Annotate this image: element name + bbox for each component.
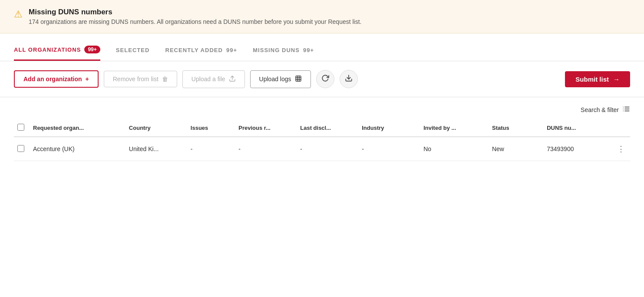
column-header-checkbox xyxy=(14,119,30,137)
tabs: ALL ORGANIZATIONS 99+ SELECTED RECENTLY … xyxy=(14,46,630,61)
search-filter-button[interactable]: Search & filter xyxy=(581,105,630,114)
tab-recently-added[interactable]: RECENTLY ADDED 99+ xyxy=(165,47,237,61)
row-prev-r-cell: - xyxy=(235,137,297,161)
add-organization-button[interactable]: Add an organization + xyxy=(14,70,99,88)
row-select-checkbox[interactable] xyxy=(17,145,24,152)
alert-description: 174 organizations are missing DUNS numbe… xyxy=(29,18,362,25)
download-button[interactable] xyxy=(340,70,358,88)
warning-icon: ⚠ xyxy=(14,9,23,20)
download-icon xyxy=(345,74,353,84)
tab-all-organizations-label: ALL ORGANIZATIONS xyxy=(14,46,81,53)
upload-file-button[interactable]: Upload a file xyxy=(182,70,245,88)
column-header-status: Status xyxy=(489,119,543,137)
column-header-invited-by: Invited by ... xyxy=(420,119,489,137)
column-header-org: Requested organ... xyxy=(30,119,125,137)
upload-icon xyxy=(229,75,236,83)
select-all-checkbox[interactable] xyxy=(17,124,24,131)
submit-list-button[interactable]: Submit list → xyxy=(565,71,630,87)
column-header-actions xyxy=(612,119,630,137)
alert-banner: ⚠ Missing DUNS numbers 174 organizations… xyxy=(0,0,644,33)
row-issues-cell: - xyxy=(187,137,235,161)
row-country-cell: United Ki... xyxy=(125,137,187,161)
tab-missing-duns[interactable]: MISSING DUNS 99+ xyxy=(253,47,314,61)
column-header-issues: Issues xyxy=(187,119,235,137)
table-row: Accenture (UK) United Ki... - - - - xyxy=(14,137,630,161)
row-last-discl-cell: - xyxy=(297,137,358,161)
row-status-cell: New xyxy=(489,137,543,161)
tab-all-organizations-badge: 99+ xyxy=(84,46,100,53)
row-checkbox-cell xyxy=(14,137,30,161)
tab-all-organizations[interactable]: ALL ORGANIZATIONS 99+ xyxy=(14,46,100,61)
tabs-area: ALL ORGANIZATIONS 99+ SELECTED RECENTLY … xyxy=(0,33,644,61)
refresh-icon xyxy=(321,74,329,84)
alert-title: Missing DUNS numbers xyxy=(29,8,362,16)
organizations-table: Requested organ... Country Issues Previo… xyxy=(14,119,630,161)
row-duns-cell: 73493900 xyxy=(543,137,612,161)
column-header-duns-nu: DUNS nu... xyxy=(543,119,612,137)
column-header-country: Country xyxy=(125,119,187,137)
tab-recently-added-label: RECENTLY ADDED xyxy=(165,47,223,53)
row-actions-button[interactable]: ⋮ xyxy=(615,143,627,155)
table-area: Search & filter Requested organ... Count… xyxy=(0,97,644,161)
column-header-industry: Industry xyxy=(358,119,420,137)
remove-from-list-button[interactable]: Remove from list 🗑 xyxy=(104,71,177,87)
column-header-previous-r: Previous r... xyxy=(235,119,297,137)
remove-from-list-label: Remove from list xyxy=(113,76,159,82)
tab-recently-added-count: 99+ xyxy=(226,47,237,53)
table-header-row: Requested organ... Country Issues Previo… xyxy=(14,119,630,137)
arrow-right-icon: → xyxy=(613,76,620,83)
trash-icon: 🗑 xyxy=(162,76,168,82)
tab-selected-label: SELECTED xyxy=(116,47,150,53)
table-icon xyxy=(295,75,302,83)
row-actions-cell: ⋮ xyxy=(612,137,630,161)
tab-selected[interactable]: SELECTED xyxy=(116,47,150,61)
submit-list-label: Submit list xyxy=(575,76,609,83)
upload-file-label: Upload a file xyxy=(192,76,225,82)
refresh-button[interactable] xyxy=(316,70,334,88)
column-header-last-discl: Last discl... xyxy=(297,119,358,137)
toolbar: Add an organization + Remove from list 🗑… xyxy=(0,61,644,97)
tab-missing-duns-count: 99+ xyxy=(303,47,314,53)
search-filter-label: Search & filter xyxy=(581,106,619,113)
add-organization-label: Add an organization xyxy=(23,76,82,82)
upload-logs-button[interactable]: Upload logs xyxy=(250,70,311,88)
row-invited-by-cell: No xyxy=(420,137,489,161)
row-industry-cell: - xyxy=(358,137,420,161)
row-org-cell: Accenture (UK) xyxy=(30,137,125,161)
upload-logs-label: Upload logs xyxy=(259,76,291,82)
tab-missing-duns-label: MISSING DUNS xyxy=(253,47,300,53)
alert-content: Missing DUNS numbers 174 organizations a… xyxy=(29,8,362,25)
svg-rect-1 xyxy=(296,76,301,81)
filter-icon xyxy=(622,105,630,114)
plus-icon: + xyxy=(86,76,89,82)
table-controls: Search & filter xyxy=(14,97,630,119)
